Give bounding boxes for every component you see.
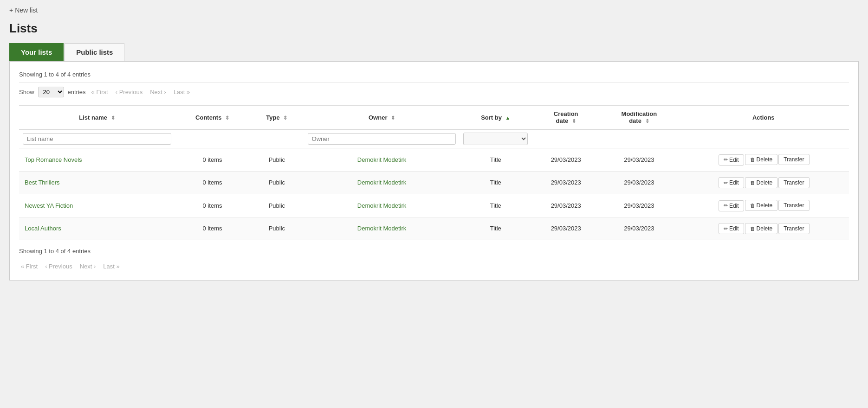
tab-your-lists[interactable]: Your lists	[9, 43, 64, 61]
cell-contents: 0 items	[175, 217, 250, 240]
entries-label: entries	[68, 89, 86, 96]
cell-contents: 0 items	[175, 171, 250, 194]
cell-list-name: Top Romance Novels	[19, 148, 175, 172]
transfer-button[interactable]: Transfer	[778, 200, 809, 211]
transfer-button[interactable]: Transfer	[778, 154, 809, 165]
first-button-top[interactable]: « First	[90, 88, 110, 96]
filter-modification-cell	[600, 129, 678, 148]
cell-creation-date: 29/03/2023	[531, 217, 600, 240]
divider-top	[19, 83, 849, 83]
show-select[interactable]: 10 20 50 100	[38, 87, 64, 97]
sort-arrow-modification-date: ⇕	[645, 118, 649, 124]
cell-owner: Demokrit Modetirk	[304, 194, 460, 217]
list-name-link[interactable]: Best Thrillers	[25, 179, 60, 186]
cell-sort-by: Title	[460, 171, 531, 194]
content-area: Showing 1 to 4 of 4 entries Show 10 20 5…	[9, 62, 859, 280]
transfer-button[interactable]: Transfer	[778, 177, 809, 188]
pencil-icon: ✏	[724, 180, 728, 186]
edit-button[interactable]: ✏ Edit	[719, 200, 744, 211]
table-row: Newest YA Fiction0 itemsPublicDemokrit M…	[19, 194, 849, 217]
cell-actions: ✏ Edit🗑 DeleteTransfer	[678, 171, 849, 194]
edit-button[interactable]: ✏ Edit	[719, 223, 744, 234]
filter-list-name-input[interactable]	[23, 133, 171, 145]
sort-arrow-type: ⇕	[283, 115, 287, 121]
table-row: Top Romance Novels0 itemsPublicDemokrit …	[19, 148, 849, 172]
col-sort-by[interactable]: Sort by ▲	[460, 105, 531, 129]
cell-modification-date: 29/03/2023	[600, 148, 678, 172]
table-header-row: List name ⇕ Contents ⇕ Type ⇕ Owner ⇕	[19, 105, 849, 129]
filter-row: Title Author	[19, 129, 849, 148]
transfer-button[interactable]: Transfer	[778, 223, 809, 234]
filter-owner-input[interactable]	[308, 133, 456, 145]
cell-owner: Demokrit Modetirk	[304, 217, 460, 240]
trash-icon: 🗑	[750, 203, 755, 208]
cell-sort-by: Title	[460, 194, 531, 217]
last-button-bottom[interactable]: Last »	[101, 262, 121, 271]
cell-owner: Demokrit Modetirk	[304, 148, 460, 172]
cell-owner: Demokrit Modetirk	[304, 171, 460, 194]
previous-button-top[interactable]: ‹ Previous	[114, 88, 145, 96]
filter-owner-cell	[304, 129, 460, 148]
sort-arrow-creation-date: ⇕	[572, 118, 576, 124]
cell-creation-date: 29/03/2023	[531, 171, 600, 194]
first-button-bottom[interactable]: « First	[19, 262, 39, 271]
col-owner[interactable]: Owner ⇕	[304, 105, 460, 129]
owner-link[interactable]: Demokrit Modetirk	[357, 202, 406, 209]
owner-link[interactable]: Demokrit Modetirk	[357, 225, 406, 232]
delete-button[interactable]: 🗑 Delete	[745, 223, 778, 234]
cell-sort-by: Title	[460, 217, 531, 240]
sort-arrow-contents: ⇕	[225, 115, 229, 121]
new-list-label: New list	[15, 6, 38, 14]
delete-button[interactable]: 🗑 Delete	[745, 154, 778, 165]
col-actions: Actions	[678, 105, 849, 129]
cell-creation-date: 29/03/2023	[531, 194, 600, 217]
cell-sort-by: Title	[460, 148, 531, 172]
pencil-icon: ✏	[724, 203, 728, 209]
list-name-link[interactable]: Top Romance Novels	[25, 156, 82, 163]
col-type[interactable]: Type ⇕	[250, 105, 304, 129]
col-list-name[interactable]: List name ⇕	[19, 105, 175, 129]
cell-list-name: Newest YA Fiction	[19, 194, 175, 217]
trash-icon: 🗑	[750, 226, 755, 231]
sort-arrow-list-name: ⇕	[111, 115, 115, 121]
filter-sortby-select[interactable]: Title Author	[463, 133, 528, 145]
cell-actions: ✏ Edit🗑 DeleteTransfer	[678, 148, 849, 172]
next-button-bottom[interactable]: Next ›	[78, 262, 98, 271]
pencil-icon: ✏	[724, 226, 728, 232]
col-contents[interactable]: Contents ⇕	[175, 105, 250, 129]
table-body: Top Romance Novels0 itemsPublicDemokrit …	[19, 148, 849, 240]
delete-button[interactable]: 🗑 Delete	[745, 200, 778, 211]
lists-table: List name ⇕ Contents ⇕ Type ⇕ Owner ⇕	[19, 105, 849, 240]
sort-arrow-sort-by: ▲	[505, 115, 511, 121]
filter-list-name-cell	[19, 129, 175, 148]
table-row: Local Authors0 itemsPublicDemokrit Modet…	[19, 217, 849, 240]
col-modification-date[interactable]: Modificationdate ⇕	[600, 105, 678, 129]
delete-button[interactable]: 🗑 Delete	[745, 177, 778, 188]
cell-contents: 0 items	[175, 148, 250, 172]
col-creation-date[interactable]: Creationdate ⇕	[531, 105, 600, 129]
tabs-container: Your lists Public lists	[9, 43, 859, 62]
filter-sortby-cell: Title Author	[460, 129, 531, 148]
next-button-top[interactable]: Next ›	[148, 88, 168, 96]
plus-icon: +	[9, 6, 13, 14]
showing-text-bottom: Showing 1 to 4 of 4 entries	[19, 248, 849, 255]
cell-modification-date: 29/03/2023	[600, 217, 678, 240]
cell-actions: ✏ Edit🗑 DeleteTransfer	[678, 194, 849, 217]
cell-type: Public	[250, 194, 304, 217]
list-name-link[interactable]: Local Authors	[25, 225, 61, 232]
list-name-link[interactable]: Newest YA Fiction	[25, 202, 73, 209]
edit-button[interactable]: ✏ Edit	[719, 177, 744, 188]
last-button-top[interactable]: Last »	[172, 88, 192, 96]
edit-button[interactable]: ✏ Edit	[719, 154, 744, 166]
previous-button-bottom[interactable]: ‹ Previous	[43, 262, 74, 271]
cell-type: Public	[250, 148, 304, 172]
trash-icon: 🗑	[750, 157, 755, 162]
new-list-button[interactable]: + New list	[9, 5, 38, 16]
owner-link[interactable]: Demokrit Modetirk	[357, 156, 406, 163]
cell-contents: 0 items	[175, 194, 250, 217]
tab-public-lists[interactable]: Public lists	[65, 43, 124, 61]
filter-contents-cell	[175, 129, 250, 148]
cell-modification-date: 29/03/2023	[600, 194, 678, 217]
owner-link[interactable]: Demokrit Modetirk	[357, 179, 406, 186]
cell-list-name: Best Thrillers	[19, 171, 175, 194]
